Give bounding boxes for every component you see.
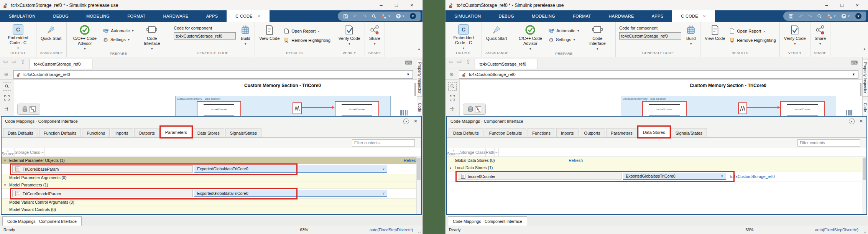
share-button[interactable]: Share ▾ <box>368 24 381 47</box>
panel-collapse-icon[interactable]: ▼ <box>849 119 855 124</box>
data-store-block-2[interactable]: tricore0Counter <box>335 101 379 117</box>
model-browser-toggle-icon[interactable]: ⊕ <box>2 71 11 77</box>
storage-class-dropdown[interactable]: ExportedGlobaldataTriCore0∨ <box>194 165 387 173</box>
search-icon[interactable] <box>817 14 822 19</box>
zoom-tool-icon[interactable] <box>448 82 457 91</box>
signal-routing-icon[interactable] <box>449 105 456 113</box>
mapping-tab-inports[interactable]: Inports <box>111 128 133 137</box>
settings-dropdown[interactable]: ⚙ Settings ▾ <box>549 37 579 42</box>
tab-debug[interactable]: DEBUG <box>490 10 523 22</box>
column-header-[interactable]: ⋯ <box>40 148 45 157</box>
keyboard-icon[interactable]: ⌨ <box>850 60 858 66</box>
source-cell[interactable]: tricore0Counter <box>458 173 621 180</box>
bss-section-area[interactable]: DataStoreMemory - Bss section tricore0Co… <box>175 96 391 117</box>
component-field[interactable] <box>174 32 236 40</box>
group-row-model-parameter-arguments-0[interactable]: Model Parameter Arguments (0) <box>2 174 421 181</box>
model-screenshot-icon[interactable]: ▼ <box>827 14 836 19</box>
group-row-model-parameters-1[interactable]: ∨Model Parameters (1) <box>2 181 421 189</box>
panel-collapse-icon[interactable]: ▼ <box>403 119 409 124</box>
document-tab[interactable]: tc4xCustomStorage_ref0 <box>475 59 538 69</box>
quick-start-button[interactable]: Quick Start <box>485 24 508 41</box>
toolstrip-minimize-icon[interactable]: ▼ <box>855 13 861 19</box>
mapping-tab-function-defaults[interactable]: Function Defaults <box>39 128 81 137</box>
code-interface-button[interactable]: Code Interface ▾ <box>583 24 612 52</box>
verify-code-button[interactable]: Verify Code ▾ <box>338 24 361 47</box>
code-advisor-button[interactable]: C/C++ Code Advisor ▾ <box>70 24 99 52</box>
close-button[interactable]: × <box>850 2 865 8</box>
build-button[interactable]: +++ Build ▾ <box>685 24 697 47</box>
canvas-resize-grip[interactable] <box>846 110 853 115</box>
data-store-block-1[interactable]: tricore0Counter <box>197 101 241 117</box>
undo-icon[interactable]: ↶ <box>799 13 803 19</box>
tab-format[interactable]: FORMAT <box>118 10 154 22</box>
canvas-vertical-scrollbar[interactable] <box>414 83 416 96</box>
tab-modeling[interactable]: MODELING <box>523 10 564 22</box>
tab-format[interactable]: FORMAT <box>564 10 600 22</box>
mapping-tab-data-stores[interactable]: Data Stores <box>193 128 224 137</box>
group-row-model-variant-variables-0[interactable]: Model Variant Variables (0) <box>2 213 421 214</box>
expand-chevron-icon[interactable]: ∨ <box>2 159 8 162</box>
group-row-model-variant-controls-0[interactable]: Model Variant Controls (0) <box>2 206 421 213</box>
settings-dropdown[interactable]: ⚙ Settings ▾ <box>103 37 133 42</box>
group-row-global-data-stores-0[interactable]: Global Data Stores (0)Refresh <box>447 157 866 164</box>
verify-code-button[interactable]: Verify Code ▾ <box>783 24 807 47</box>
mapping-tab-functions[interactable]: Functions <box>528 128 555 137</box>
code-mappings-bottom-tab[interactable]: Code Mappings - Component Interface <box>2 216 82 226</box>
canvas-vertical-scrollbar[interactable] <box>860 83 861 96</box>
mapping-tab-function-defaults[interactable]: Function Defaults <box>485 128 527 137</box>
keyboard-icon[interactable]: ⌨ <box>405 60 412 66</box>
help-icon[interactable]: ? ▼ <box>841 13 850 19</box>
embedded-code-button[interactable]: C Embedded Code - C ▾ <box>449 24 478 51</box>
back-icon[interactable]: ⇦ <box>3 58 8 65</box>
column-header-path[interactable]: Path <box>486 148 495 157</box>
scrollbar-thumb[interactable] <box>863 158 866 180</box>
chevron-down-icon[interactable]: ▼ <box>852 73 855 76</box>
storage-class-dropdown[interactable]: ExportedGlobalbssTriCore0∨ <box>623 173 726 180</box>
mapping-tab-functions[interactable]: Functions <box>82 128 110 137</box>
signal-block[interactable] <box>738 102 747 114</box>
source-cell[interactable]: 101010TriCore0modelParam <box>12 190 193 197</box>
back-icon[interactable]: ⇦ <box>449 58 454 65</box>
chevron-down-icon[interactable]: ∨ <box>382 167 385 171</box>
resize-grip[interactable] <box>418 229 422 233</box>
mapping-tab-parameters[interactable]: Parameters <box>161 127 192 137</box>
mapping-tab-signals-states[interactable]: Signals/States <box>225 128 261 137</box>
save-icon[interactable] <box>343 14 348 19</box>
undo-icon[interactable]: ↶ <box>353 13 357 19</box>
model-canvas[interactable]: Custom Memory Section - TriCore0 DataSto… <box>14 80 417 117</box>
table-row-tricore0counter[interactable]: tricore0CounterExportedGlobalbssTriCore0… <box>447 171 866 181</box>
mapping-tab-signals-states[interactable]: Signals/States <box>671 128 707 137</box>
code-mappings-bottom-tab[interactable]: Code Mappings - Component Interface <box>448 216 527 226</box>
help-icon[interactable]: ? ▼ <box>396 13 405 19</box>
tab-debug[interactable]: DEBUG <box>44 10 77 22</box>
model-screenshot-icon[interactable]: ▼ <box>381 14 391 19</box>
open-report-button[interactable]: Open Report ▾ <box>730 28 776 34</box>
table-vertical-scrollbar[interactable] <box>862 157 866 214</box>
ribbon-collapse-icon[interactable]: ▲ <box>863 47 866 51</box>
signal-block[interactable] <box>293 102 302 114</box>
share-button[interactable]: Share ▾ <box>814 24 827 47</box>
build-button[interactable]: +++ Build ▾ <box>240 24 251 47</box>
path-link[interactable]: tc4xCustomStorage_ref0 <box>730 174 774 179</box>
column-header-storage-class[interactable]: Storage Class <box>460 148 486 157</box>
document-tab[interactable]: tc4xCustomStorage_ref0 <box>29 59 93 69</box>
toolstrip-minimize-icon[interactable]: ▼ <box>410 13 416 19</box>
quick-start-button[interactable]: Quick Start <box>40 24 62 41</box>
data-store-block-2[interactable]: tricore0Counter <box>780 101 825 117</box>
chevron-down-icon[interactable]: ▼ <box>406 73 410 76</box>
mapping-tab-data-defaults[interactable]: Data Defaults <box>449 128 483 137</box>
tab-code[interactable]: Code <box>417 100 422 115</box>
column-header-source[interactable]: ∧Source <box>2 148 15 157</box>
chevron-down-icon[interactable]: ∨ <box>382 191 385 195</box>
breadcrumb[interactable]: tc4xCustomStorage_ref0 ▼ <box>13 70 413 79</box>
group-row-model-variant-control-arguments-0[interactable]: Model Variant Control Arguments (0) <box>2 199 421 206</box>
view-code-button[interactable]: View Code <box>704 24 726 41</box>
close-tab-icon[interactable]: ✕ <box>257 14 261 18</box>
table-row-tricore0baseparam[interactable]: 101010TriCore0baseParamExportedGlobaldat… <box>2 164 421 174</box>
redo-icon[interactable]: ↷ <box>362 13 367 19</box>
storage-class-dropdown[interactable]: ExportedGlobaldataTriCore0∨ <box>194 190 387 197</box>
solver-link[interactable]: auto(FixedStepDiscrete) <box>815 227 865 232</box>
redo-icon[interactable]: ↷ <box>808 13 812 19</box>
signal-routing-icon[interactable] <box>3 105 11 113</box>
mapping-tab-parameters[interactable]: Parameters <box>606 128 637 137</box>
